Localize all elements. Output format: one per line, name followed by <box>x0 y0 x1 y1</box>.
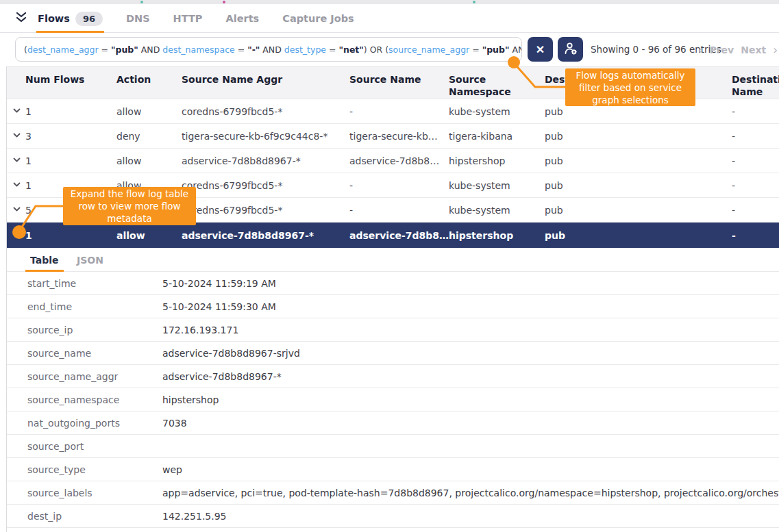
cell-source-name-aggr: tigera-secure-kb-6f9c9c44c8-* <box>182 131 349 142</box>
cell-source-namespace: hipstershop <box>449 230 545 241</box>
column-header[interactable]: Action <box>116 73 182 86</box>
detail-field-key: source_port <box>27 441 162 452</box>
tab-http[interactable]: HTTP <box>172 4 204 33</box>
double-chevron-down-icon <box>14 15 29 28</box>
cell-source-name-aggr: adservice-7d8b8d8967-* <box>182 155 349 166</box>
column-header[interactable]: Source Name <box>349 73 449 86</box>
cell-source-namespace: hipstershop <box>449 155 545 166</box>
flow-detail-tabbar: Table JSON <box>7 248 779 272</box>
detail-field-key: source_type <box>27 464 162 475</box>
close-icon: ✕ <box>536 43 545 56</box>
expand-row-chevron-icon[interactable] <box>7 131 25 142</box>
tab-flows[interactable]: Flows96 <box>36 4 104 33</box>
cell-destination-name: - <box>732 131 779 142</box>
column-header[interactable]: Destination Name <box>732 73 779 98</box>
cell-destination-name: - <box>732 106 779 117</box>
cell-num-flows: 3 <box>25 131 116 142</box>
tab-detail-json[interactable]: JSON <box>72 248 108 272</box>
detail-field-row: source_port <box>7 435 779 458</box>
table-row[interactable]: 1allowadservice-7d8b8d8967-*adservice-7d… <box>7 149 779 173</box>
cell-dest-name-aggr: pub <box>545 230 732 241</box>
detail-field-value: adservice-7d8b8d8967-srjvd <box>162 348 779 359</box>
cell-source-namespace: kube-system <box>449 106 545 117</box>
detail-field-row: source_labelsapp=adservice, pci=true, po… <box>7 481 779 505</box>
expand-row-chevron-icon[interactable] <box>7 106 25 117</box>
flow-detail-fields: start_time5-10-2024 11:59:19 AMend_time5… <box>7 272 779 528</box>
prev-button[interactable]: Prev <box>709 45 734 55</box>
cell-source-name-aggr: coredns-6799fbcd5-* <box>182 106 349 117</box>
tab-label: HTTP <box>173 13 203 24</box>
column-header-label: Source Namespace <box>449 73 512 98</box>
tab-dns[interactable]: DNS <box>125 4 151 33</box>
callout-expand-tip: Expand the flow log table row to view mo… <box>63 187 196 225</box>
detail-field-key: end_time <box>27 301 162 312</box>
user-settings-button[interactable] <box>558 37 583 62</box>
cell-source-name-aggr: adservice-7d8b8d8967-* <box>182 230 349 241</box>
column-header[interactable]: Source Name Aggr <box>182 73 349 86</box>
cell-source-namespace: tigera-kibana <box>449 131 545 142</box>
expand-row-chevron-icon[interactable] <box>7 205 25 216</box>
next-chevron-icon[interactable]: › <box>773 43 778 57</box>
column-header[interactable]: Num Flows <box>25 73 116 86</box>
tab-label: Capture Jobs <box>282 13 354 24</box>
cell-num-flows: 1 <box>25 230 116 241</box>
filter-query-input[interactable]: (dest_name_aggr = "pub" AND dest_namespa… <box>15 37 522 62</box>
flow-logs-panel: Flows96DNSHTTPAlertsCapture Jobs (dest_n… <box>0 0 779 532</box>
expand-row-chevron-icon[interactable] <box>7 180 25 191</box>
column-header-label: Source Name <box>349 74 421 85</box>
clear-filter-button[interactable]: ✕ <box>528 37 553 62</box>
filter-query-text: (dest_name_aggr = "pub" AND dest_namespa… <box>24 45 522 55</box>
detail-field-value: 5-10-2024 11:59:19 AM <box>162 278 779 289</box>
detail-field-key: source_name <box>27 348 162 359</box>
tab-detail-table[interactable]: Table <box>25 248 64 272</box>
column-header-label: Destination Name <box>732 73 779 98</box>
detail-field-key: start_time <box>27 278 162 289</box>
cell-destination-name: - <box>732 230 779 241</box>
detail-field-value: wep <box>162 464 779 475</box>
detail-field-row: end_time5-10-2024 11:59:30 AM <box>7 295 779 318</box>
detail-field-value: app=adservice, pci=true, pod-template-ha… <box>162 487 779 498</box>
cell-source-namespace: kube-system <box>449 205 545 216</box>
prev-chevron-icon[interactable]: ‹ <box>698 43 703 57</box>
callout-filter-tip-text: Flow logs automatically filter based on … <box>572 69 689 106</box>
collapse-panel-button[interactable] <box>14 10 29 25</box>
graph-speck <box>223 1 225 3</box>
table-row[interactable]: 1allowadservice-7d8b8d8967-*adservice-7d… <box>7 223 779 248</box>
cell-source-name: - <box>349 205 449 216</box>
cell-action: deny <box>116 131 182 142</box>
pagination: ‹ Prev Next › <box>698 43 778 57</box>
tab-capture-jobs[interactable]: Capture Jobs <box>281 4 355 33</box>
detail-field-key: source_namespace <box>27 394 162 405</box>
tab-alerts[interactable]: Alerts <box>224 4 260 33</box>
cell-source-name: - <box>349 106 449 117</box>
cell-action: allow <box>116 106 182 117</box>
cell-source-name: - <box>349 180 449 191</box>
callout-expand-tip-text: Expand the flow log table row to view mo… <box>70 188 189 225</box>
callout-filter-tip: Flow logs automatically filter based on … <box>565 68 695 106</box>
cell-destination-name: - <box>732 180 779 191</box>
flow-logs-tabbar: Flows96DNSHTTPAlertsCapture Jobs <box>0 4 779 33</box>
column-header-label: Num Flows <box>25 73 84 86</box>
filter-toolbar: (dest_name_aggr = "pub" AND dest_namespa… <box>0 33 779 66</box>
cell-source-name-aggr: coredns-6799fbcd5-* <box>182 205 349 216</box>
detail-field-key: dest_ip <box>27 511 162 522</box>
cell-source-name: adservice-7d8b8… <box>349 155 449 166</box>
detail-field-row: source_name_aggradservice-7d8b8d8967-* <box>7 365 779 388</box>
user-gear-icon <box>563 41 578 58</box>
cell-destination-name: - <box>732 205 779 216</box>
cell-action: allow <box>116 155 182 166</box>
detail-field-key: source_name_aggr <box>27 371 162 382</box>
next-button[interactable]: Next <box>741 45 766 55</box>
column-header[interactable]: Source Namespace <box>449 73 545 98</box>
detail-field-key: source_ip <box>27 325 162 335</box>
detail-field-row: source_namespacehipstershop <box>7 388 779 411</box>
detail-field-value: adservice-7d8b8d8967-* <box>162 371 779 382</box>
detail-field-value: 7038 <box>162 418 779 429</box>
table-row[interactable]: 3denytigera-secure-kb-6f9c9c44c8-*tigera… <box>7 124 779 149</box>
column-header-label: Action <box>116 74 151 85</box>
graph-speck <box>140 1 143 3</box>
tab-count-badge: 96 <box>75 12 103 26</box>
expand-row-chevron-icon[interactable] <box>7 155 25 166</box>
cell-dest-name-aggr: pub <box>545 155 732 166</box>
detail-field-row: source_nameadservice-7d8b8d8967-srjvd <box>7 342 779 365</box>
